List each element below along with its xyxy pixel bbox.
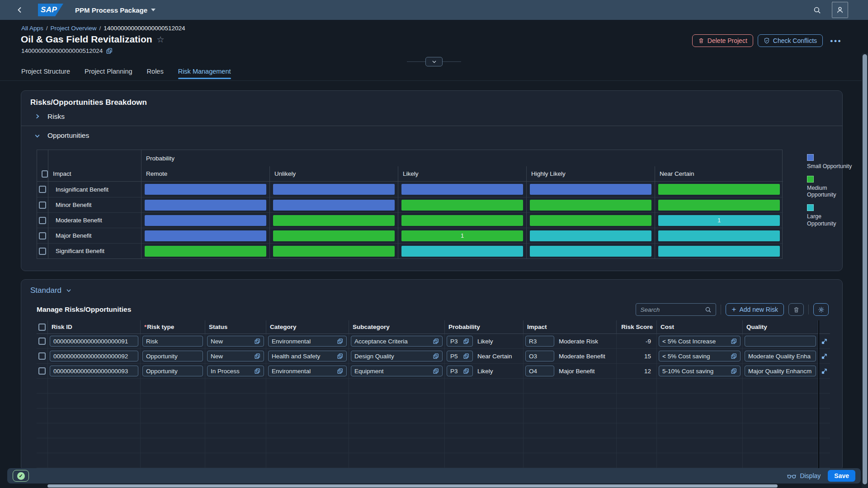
opportunity-bar-medium[interactable] [401, 215, 523, 226]
cost-input[interactable]: < 5% Cost Increase [659, 336, 741, 347]
select-all-checkbox[interactable] [38, 324, 46, 331]
quality-input[interactable]: Moderate Quality Enha [745, 351, 816, 361]
opportunity-bar-small[interactable] [145, 215, 266, 226]
category-input[interactable]: Environmental [268, 366, 347, 376]
star-icon[interactable]: ☆ [157, 34, 165, 45]
value-help-icon[interactable] [461, 353, 469, 359]
row-checkbox[interactable] [39, 248, 46, 255]
status-input[interactable]: New [207, 336, 264, 347]
collapse-header-button[interactable] [425, 57, 443, 66]
status-input[interactable]: In Process [207, 366, 264, 376]
opportunity-bar-large[interactable] [530, 246, 651, 257]
row-checkbox[interactable] [38, 352, 46, 360]
value-help-icon[interactable] [728, 368, 737, 374]
vertical-scrollbar-thumb[interactable] [863, 54, 867, 484]
breadcrumb-link[interactable]: All Apps [21, 25, 43, 32]
opportunity-bar-medium[interactable] [658, 200, 780, 211]
back-icon[interactable] [11, 6, 29, 14]
product-switcher[interactable]: PPM Process Package [75, 6, 156, 14]
row-checkbox[interactable] [38, 338, 46, 345]
value-help-icon[interactable] [252, 353, 260, 359]
value-help-icon[interactable] [430, 353, 439, 359]
value-help-icon[interactable] [461, 368, 469, 374]
tab-roles[interactable]: Roles [147, 68, 164, 79]
category-input[interactable]: Environmental [268, 336, 347, 347]
copy-icon[interactable] [106, 48, 113, 54]
navigate-icon[interactable] [821, 353, 828, 360]
value-help-icon[interactable] [728, 338, 737, 344]
category-input[interactable]: Health and Safety [268, 351, 347, 361]
select-all-checkbox[interactable] [42, 170, 48, 178]
impact-input[interactable]: O4 [525, 366, 554, 376]
opportunity-bar-small[interactable] [145, 184, 266, 195]
probability-input[interactable]: P5 [447, 351, 473, 361]
row-checkbox[interactable] [38, 367, 46, 375]
navigate-icon[interactable] [821, 338, 828, 345]
status-input[interactable]: New [207, 351, 264, 361]
search-icon[interactable] [813, 6, 821, 14]
opportunity-bar-large[interactable] [401, 246, 523, 257]
subcategory-input[interactable]: Design Quality [351, 351, 443, 361]
row-checkbox[interactable] [39, 202, 46, 209]
cost-input[interactable]: < 5% Cost saving [659, 351, 741, 361]
risk-id-input[interactable]: 0000000000000000000091 [50, 336, 138, 347]
subcategory-input[interactable]: Equipment [351, 366, 443, 376]
value-help-icon[interactable] [335, 338, 343, 344]
search-field[interactable] [640, 306, 705, 313]
display-button[interactable]: Display [787, 472, 821, 479]
risk-id-input[interactable]: 0000000000000000000093 [50, 366, 138, 376]
row-checkbox[interactable] [39, 186, 46, 193]
risk-type-input[interactable]: Opportunity [142, 351, 203, 361]
check-conflicts-button[interactable]: Check Conflicts [758, 34, 823, 47]
value-help-icon[interactable] [335, 353, 343, 359]
opportunity-bar-medium[interactable] [273, 246, 395, 257]
tab-risk-management[interactable]: Risk Management [178, 68, 231, 79]
probability-input[interactable]: P3 [447, 366, 473, 376]
value-help-icon[interactable] [252, 368, 260, 374]
value-help-icon[interactable] [430, 368, 439, 374]
vertical-scrollbar[interactable] [862, 53, 868, 488]
save-button[interactable]: Save [828, 470, 855, 482]
opportunity-bar-small[interactable] [273, 184, 395, 195]
opportunity-bar-small[interactable] [145, 230, 266, 241]
value-help-icon[interactable] [430, 338, 439, 344]
cost-input[interactable]: 5-10% Cost saving [659, 366, 741, 376]
breadcrumb-link[interactable]: Project Overview [51, 25, 97, 32]
section-toggle-risks[interactable]: Risks [21, 107, 842, 126]
risk-type-input[interactable]: Opportunity [142, 366, 203, 376]
opportunity-bar-small[interactable] [273, 200, 395, 211]
variant-selector[interactable]: Standard [30, 286, 72, 295]
opportunity-bar-medium[interactable] [273, 215, 395, 226]
impact-input[interactable]: R3 [525, 336, 554, 347]
section-toggle-opportunities[interactable]: Opportunities [21, 126, 842, 145]
opportunity-bar-medium[interactable] [401, 200, 523, 211]
opportunity-bar-small[interactable] [145, 200, 266, 211]
user-icon[interactable] [832, 2, 848, 18]
subcategory-input[interactable]: Acceptance Criteria [351, 336, 443, 347]
risk-id-input[interactable]: 0000000000000000000092 [50, 351, 138, 361]
frozen-column-divider[interactable] [818, 320, 819, 469]
impact-input[interactable]: O3 [525, 351, 554, 361]
value-help-icon[interactable] [728, 353, 737, 359]
opportunity-bar-medium[interactable]: 1 [401, 230, 523, 241]
opportunity-bar-medium[interactable] [658, 184, 780, 195]
value-help-icon[interactable] [252, 338, 260, 344]
search-icon[interactable] [705, 306, 712, 313]
delete-project-button[interactable]: Delete Project [692, 34, 753, 47]
risk-type-input[interactable]: Risk [142, 336, 203, 347]
opportunity-bar-large[interactable] [658, 230, 780, 241]
overflow-icon[interactable]: ●●● [827, 38, 844, 43]
opportunity-bar-large[interactable] [658, 246, 780, 257]
opportunity-bar-large[interactable] [530, 230, 651, 241]
tab-project-structure[interactable]: Project Structure [21, 68, 70, 79]
value-help-icon[interactable] [461, 338, 469, 344]
row-checkbox[interactable] [39, 217, 46, 224]
add-new-risk-button[interactable]: + Add new Risk [726, 303, 784, 316]
messages-button[interactable]: ✓ [13, 470, 29, 482]
value-help-icon[interactable] [335, 368, 343, 374]
opportunity-bar-small[interactable] [401, 184, 523, 195]
horizontal-scrollbar[interactable] [47, 484, 778, 488]
row-checkbox[interactable] [39, 232, 46, 239]
opportunity-bar-medium[interactable] [273, 230, 395, 241]
table-settings-button[interactable] [813, 303, 829, 316]
